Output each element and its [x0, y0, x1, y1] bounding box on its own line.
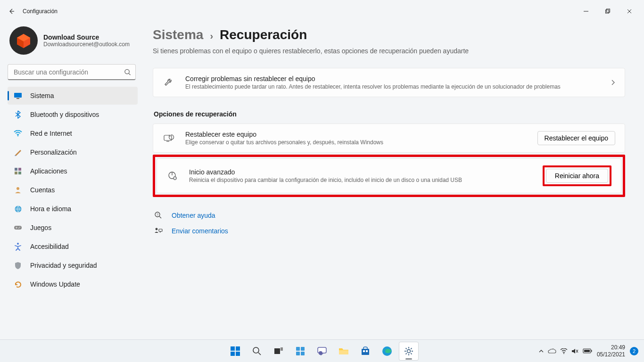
- card-title: Restablecer este equipo: [185, 131, 527, 138]
- feedback-icon: [154, 227, 163, 235]
- brush-icon: [13, 148, 23, 156]
- svg-rect-40: [362, 349, 369, 355]
- notification-badge[interactable]: 2: [630, 347, 638, 355]
- minimize-button[interactable]: [575, 4, 597, 19]
- card-desc: El restablecimiento puede tardar un rato…: [185, 83, 600, 90]
- svg-point-44: [407, 349, 411, 353]
- card-desc: Reinicia el dispositivo para cambiar la …: [189, 177, 532, 183]
- svg-rect-33: [296, 347, 300, 351]
- svg-rect-41: [363, 350, 365, 352]
- svg-rect-15: [14, 226, 22, 230]
- svg-rect-10: [18, 168, 21, 171]
- clock[interactable]: 20:49 05/12/2021: [597, 344, 625, 358]
- sidebar-item-bluetooth[interactable]: Bluetooth y dispositivos: [8, 106, 138, 123]
- update-icon: [13, 280, 23, 288]
- bluetooth-icon: [13, 110, 23, 119]
- svg-point-13: [17, 187, 19, 190]
- svg-rect-6: [14, 93, 22, 98]
- search-input[interactable]: [8, 64, 136, 80]
- svg-rect-35: [296, 352, 300, 355]
- svg-rect-34: [301, 347, 305, 351]
- breadcrumb-parent[interactable]: Sistema: [153, 27, 203, 42]
- svg-point-8: [17, 135, 19, 137]
- svg-point-30: [253, 347, 259, 353]
- svg-rect-28: [231, 352, 235, 356]
- sidebar-item-juegos[interactable]: Juegos: [8, 219, 138, 237]
- sidebar-item-red[interactable]: Red e Internet: [8, 124, 138, 142]
- sidebar-item-sistema[interactable]: Sistema: [8, 87, 138, 105]
- shield-icon: [13, 262, 23, 270]
- svg-rect-27: [236, 346, 240, 351]
- maximize-button[interactable]: [597, 4, 619, 19]
- back-button[interactable]: [4, 4, 19, 19]
- svg-rect-0: [606, 10, 609, 13]
- settings-button[interactable]: [399, 342, 419, 361]
- battery-icon[interactable]: [583, 348, 592, 354]
- feedback-link[interactable]: Enviar comentarios: [172, 227, 228, 235]
- sidebar-item-label: Privacidad y seguridad: [30, 262, 97, 269]
- task-view-button[interactable]: [269, 342, 289, 361]
- profile-email: Downloadsourcenet@outlook.com: [43, 41, 130, 48]
- date-text: 05/12/2021: [597, 351, 625, 358]
- sidebar-item-label: Red e Internet: [30, 130, 72, 137]
- highlighted-region: Inicio avanzado Reinicia el dispositivo …: [153, 155, 625, 197]
- onedrive-icon[interactable]: [548, 348, 556, 354]
- avatar: [9, 26, 38, 55]
- taskbar-center: [225, 340, 419, 362]
- chat-button[interactable]: [312, 342, 332, 361]
- reset-icon: [163, 133, 175, 143]
- gamepad-icon: [13, 225, 23, 230]
- svg-rect-25: [159, 229, 162, 231]
- profile-name: Download Source: [43, 33, 130, 41]
- sidebar-item-cuentas[interactable]: Cuentas: [8, 181, 138, 199]
- edge-button[interactable]: [377, 342, 397, 361]
- content-area: Sistema › Recuperación Si tienes problem…: [141, 23, 644, 339]
- svg-rect-11: [15, 172, 17, 174]
- volume-icon[interactable]: [571, 348, 579, 354]
- card-desc: Elige conservar o quitar tus archivos pe…: [185, 139, 527, 146]
- sidebar-item-privacidad[interactable]: Privacidad y seguridad: [8, 256, 138, 274]
- store-button[interactable]: [355, 342, 375, 361]
- close-button[interactable]: [619, 4, 640, 19]
- sidebar-item-hora[interactable]: Hora e idioma: [8, 200, 138, 218]
- overflow-icon[interactable]: [538, 348, 544, 354]
- svg-rect-1: [607, 9, 610, 12]
- page-title: Recuperación: [220, 27, 307, 42]
- sidebar-item-label: Hora e idioma: [30, 205, 71, 213]
- taskbar: 20:49 05/12/2021 2: [0, 339, 644, 362]
- svg-rect-36: [301, 352, 305, 355]
- help-icon: ?: [154, 211, 163, 220]
- svg-rect-26: [231, 346, 235, 351]
- person-icon: [13, 186, 23, 194]
- sidebar-item-label: Cuentas: [30, 186, 55, 194]
- breadcrumb: Sistema › Recuperación: [153, 27, 625, 42]
- svg-text:?: ?: [157, 213, 158, 216]
- nav-list: Sistema Bluetooth y dispositivos Red e I…: [8, 87, 138, 293]
- restart-now-button[interactable]: Reiniciar ahora: [546, 169, 608, 183]
- sidebar-item-aplicaciones[interactable]: Aplicaciones: [8, 162, 138, 180]
- fix-problems-card[interactable]: Corregir problemas sin restablecer el eq…: [153, 68, 625, 97]
- get-help-row: ? Obtener ayuda: [153, 207, 625, 223]
- wrench-icon: [163, 77, 175, 88]
- profile-block[interactable]: Download Source Downloadsourcenet@outloo…: [8, 23, 138, 62]
- sidebar-item-label: Sistema: [30, 92, 54, 99]
- explorer-button[interactable]: [334, 342, 354, 361]
- reset-pc-button[interactable]: Restablecer el equipo: [537, 131, 615, 145]
- search-button[interactable]: [247, 342, 267, 361]
- wifi-tray-icon[interactable]: [560, 348, 568, 354]
- svg-point-24: [156, 228, 158, 230]
- svg-rect-39: [339, 350, 348, 354]
- sidebar-item-update[interactable]: Windows Update: [8, 275, 138, 293]
- button-highlight: Reiniciar ahora: [543, 165, 611, 186]
- widgets-button[interactable]: [290, 342, 310, 361]
- svg-point-17: [18, 228, 19, 229]
- sidebar-item-label: Windows Update: [30, 280, 80, 288]
- window-title: Configuración: [23, 8, 58, 15]
- display-icon: [13, 92, 23, 99]
- sidebar-item-personalizacion[interactable]: Personalización: [8, 143, 138, 161]
- sidebar-item-accesibilidad[interactable]: Accesibilidad: [8, 238, 138, 255]
- sidebar-item-label: Personalización: [30, 148, 77, 156]
- get-help-link[interactable]: Obtener ayuda: [172, 212, 215, 219]
- accessibility-icon: [13, 242, 23, 251]
- start-button[interactable]: [225, 342, 245, 361]
